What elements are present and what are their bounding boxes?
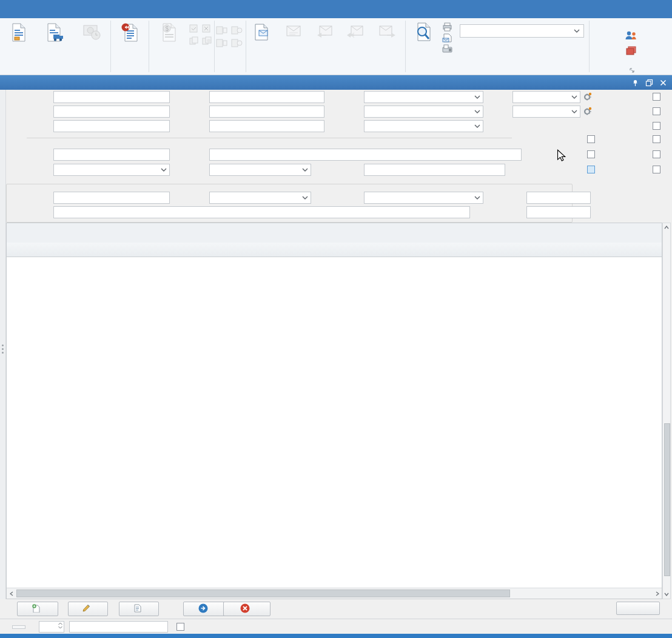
unprint-button[interactable] — [112, 21, 147, 42]
edit-button[interactable] — [68, 602, 108, 616]
make-select[interactable] — [53, 164, 170, 176]
approve-icon[interactable] — [189, 24, 200, 35]
run-button[interactable] — [183, 602, 227, 616]
window-title-bar[interactable] — [0, 75, 672, 90]
list-number-stepper[interactable] — [39, 621, 64, 633]
scroll-up-icon[interactable] — [663, 223, 670, 232]
payment-button[interactable] — [74, 21, 109, 42]
scrollbar-thumb[interactable] — [16, 589, 510, 597]
preview-button[interactable] — [407, 21, 441, 42]
close-icon[interactable] — [659, 79, 667, 87]
stepper-down-icon[interactable] — [58, 626, 62, 629]
contract-type-select[interactable] — [364, 192, 483, 204]
mouse-cursor — [557, 149, 566, 163]
contract-select[interactable] — [209, 192, 311, 204]
horizontal-scrollbar[interactable] — [7, 588, 662, 599]
ribbon-group-label — [247, 72, 404, 75]
cust-number-input[interactable] — [209, 91, 324, 103]
inv-number-input[interactable] — [53, 120, 170, 132]
contract-number-input[interactable] — [53, 192, 170, 204]
finish-checkbox[interactable] — [653, 107, 660, 115]
cust-ref-input[interactable] — [53, 106, 170, 118]
scroll-down-icon[interactable] — [663, 590, 670, 599]
filter-panel — [6, 90, 672, 223]
fax-button[interactable] — [442, 44, 455, 55]
forward-button[interactable] — [371, 21, 404, 42]
report-select[interactable] — [460, 24, 584, 38]
ribbon-group-label — [150, 72, 213, 75]
forward-icon — [378, 22, 397, 42]
invoice-order-button[interactable]: $ — [150, 21, 188, 42]
menu-bar — [0, 0, 672, 18]
reserved-label — [582, 164, 648, 176]
pack-icon[interactable] — [231, 25, 244, 36]
name-select[interactable] — [512, 91, 580, 103]
merge-order-icon[interactable] — [202, 36, 213, 47]
item-number-input[interactable] — [53, 149, 170, 161]
ribbon-group-pick-pack — [215, 18, 246, 75]
status-select[interactable] — [364, 91, 483, 103]
ready-checkbox[interactable] — [653, 122, 660, 130]
pin-icon[interactable] — [631, 79, 639, 87]
dialog-launcher-icon[interactable] — [630, 68, 634, 73]
restore-window-icon[interactable] — [645, 79, 653, 87]
sales-register-button[interactable] — [1, 21, 36, 42]
master-number-input[interactable] — [526, 192, 591, 204]
unread-email-checkbox[interactable] — [653, 150, 660, 158]
vertical-scrollbar[interactable] — [662, 223, 671, 599]
from-number-input[interactable] — [209, 106, 324, 118]
unpick-icon[interactable] — [216, 38, 229, 49]
footer-bar — [0, 599, 672, 619]
ribbon: $ — [0, 18, 672, 75]
print-button[interactable] — [442, 22, 455, 33]
add-button[interactable] — [17, 602, 58, 616]
scripts-stack-icon[interactable] — [625, 45, 637, 58]
related-email-button[interactable] — [278, 21, 309, 42]
ribbon-group-label — [216, 72, 244, 75]
users-script-icon[interactable] — [624, 30, 637, 43]
grid-header — [7, 243, 662, 257]
ribbon-group-actions: $ — [149, 18, 214, 75]
type-select[interactable] — [364, 120, 483, 132]
cancel-button[interactable] — [223, 602, 270, 616]
new-email-button[interactable] — [247, 21, 277, 42]
reject-icon[interactable] — [202, 24, 213, 35]
grid-rows-viewport — [7, 257, 662, 588]
groups-input[interactable] — [364, 164, 505, 176]
pick-icon[interactable] — [216, 25, 229, 36]
fin-ref-input[interactable] — [526, 206, 591, 218]
group-by-bar[interactable] — [7, 223, 662, 243]
invd-label — [582, 133, 648, 146]
copy-order-icon[interactable] — [189, 36, 200, 47]
edit-icon — [82, 604, 90, 614]
priority-select[interactable] — [364, 106, 483, 118]
contract-groups-input[interactable] — [53, 206, 470, 218]
email-report-button[interactable] — [442, 33, 455, 44]
chevron-down-icon — [474, 196, 480, 200]
run-icon — [198, 603, 208, 615]
left-splitter[interactable] — [0, 90, 6, 599]
dispatch-button[interactable] — [38, 21, 73, 42]
scroll-right-icon[interactable] — [653, 588, 662, 599]
auto-pick-stock-checkbox[interactable] — [176, 623, 184, 631]
list-name-input[interactable] — [69, 621, 168, 633]
ship-number-input[interactable] — [209, 120, 324, 132]
serial-number-input[interactable] — [209, 149, 522, 161]
unpack-icon[interactable] — [231, 38, 244, 49]
active-checkbox[interactable] — [653, 93, 660, 101]
chevron-down-icon — [302, 196, 308, 200]
view-button[interactable] — [119, 602, 159, 616]
acc-mgr-select[interactable] — [512, 106, 580, 118]
reserved-checkbox[interactable] — [653, 166, 660, 173]
invd-checkbox[interactable] — [653, 135, 660, 143]
reply-all-button[interactable] — [340, 21, 370, 42]
order-number-input[interactable] — [53, 91, 170, 103]
scrollbar-thumb[interactable] — [664, 423, 670, 576]
stepper-up-icon[interactable] — [58, 622, 62, 625]
tab-advanced-list[interactable] — [12, 625, 25, 629]
show-total-button[interactable] — [616, 602, 660, 615]
reply-button[interactable] — [311, 21, 338, 42]
model-select[interactable] — [209, 164, 311, 176]
active-label — [588, 91, 648, 103]
scroll-left-icon[interactable] — [7, 588, 16, 599]
